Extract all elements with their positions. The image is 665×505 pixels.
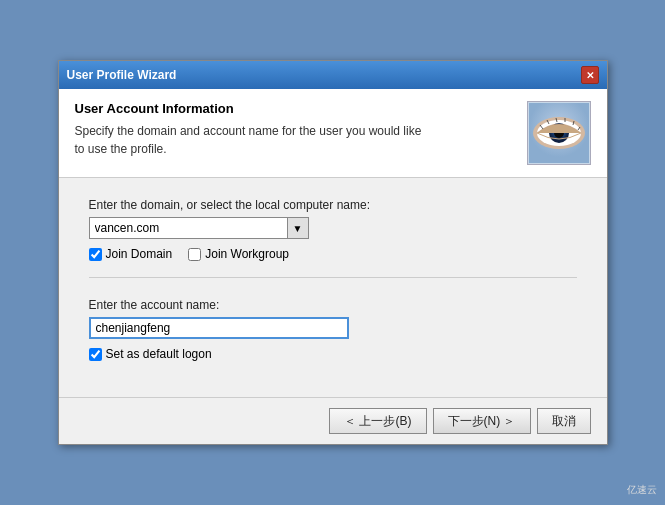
title-bar-title-group: User Profile Wizard <box>67 68 177 82</box>
join-workgroup-checkbox[interactable] <box>188 248 201 261</box>
join-domain-label: Join Domain <box>106 247 173 261</box>
set-default-label: Set as default logon <box>106 347 212 361</box>
set-default-item: Set as default logon <box>89 347 212 361</box>
window-title: User Profile Wizard <box>67 68 177 82</box>
domain-dropdown-arrow[interactable]: ▼ <box>287 217 309 239</box>
wizard-window: User Profile Wizard ✕ User Account Infor… <box>58 60 608 445</box>
join-workgroup-item: Join Workgroup <box>188 247 289 261</box>
domain-input[interactable] <box>89 217 287 239</box>
join-options-row: Join Domain Join Workgroup <box>89 247 577 261</box>
title-bar: User Profile Wizard ✕ <box>59 61 607 89</box>
watermark-text: 亿速云 <box>627 483 657 497</box>
domain-dropdown-container: ▼ <box>89 217 309 239</box>
header-image <box>527 101 591 165</box>
header-desc-line1: Specify the domain and account name for … <box>75 124 422 138</box>
close-button[interactable]: ✕ <box>581 66 599 84</box>
back-button[interactable]: ＜ 上一步(B) <box>329 408 426 434</box>
join-domain-item: Join Domain <box>89 247 173 261</box>
domain-group: Enter the domain, or select the local co… <box>89 198 577 261</box>
wizard-content: Enter the domain, or select the local co… <box>59 178 607 397</box>
eye-icon <box>529 103 589 163</box>
header-desc-line2: to use the profile. <box>75 142 167 156</box>
default-logon-row: Set as default logon <box>89 347 577 361</box>
section-divider <box>89 277 577 278</box>
header-text: User Account Information Specify the dom… <box>75 101 515 158</box>
wizard-footer: ＜ 上一步(B) 下一步(N) ＞ 取消 <box>59 397 607 444</box>
watermark: 亿速云 <box>627 483 657 497</box>
cancel-button[interactable]: 取消 <box>537 408 591 434</box>
next-button[interactable]: 下一步(N) ＞ <box>433 408 531 434</box>
header-section: User Account Information Specify the dom… <box>59 89 607 178</box>
account-group: Enter the account name: Set as default l… <box>89 298 577 361</box>
account-label: Enter the account name: <box>89 298 577 312</box>
header-description: Specify the domain and account name for … <box>75 122 515 158</box>
join-domain-checkbox[interactable] <box>89 248 102 261</box>
account-input[interactable] <box>89 317 349 339</box>
join-workgroup-label: Join Workgroup <box>205 247 289 261</box>
domain-label: Enter the domain, or select the local co… <box>89 198 577 212</box>
header-title: User Account Information <box>75 101 515 116</box>
set-default-checkbox[interactable] <box>89 348 102 361</box>
